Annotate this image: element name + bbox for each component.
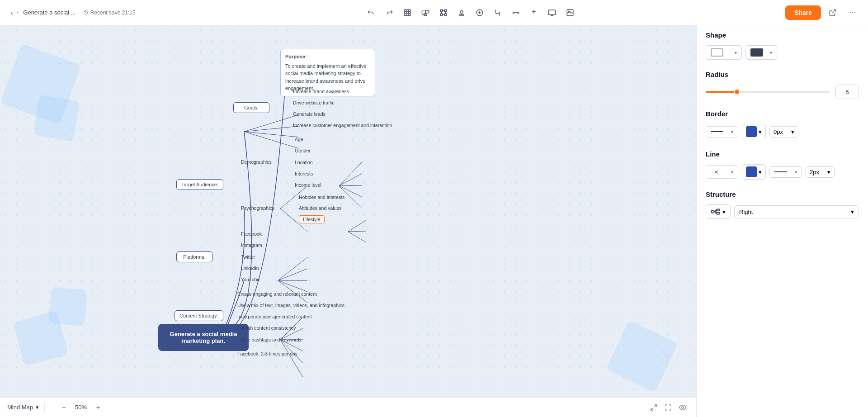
border-size-chevron: ▾	[791, 128, 794, 135]
border-controls: ▾ ▾ 0px ▾	[706, 124, 859, 139]
radius-input[interactable]: 5	[835, 85, 859, 99]
canvas[interactable]: Generate a social media marketing plan. …	[0, 25, 696, 397]
shape-type-chevron: ▾	[735, 50, 737, 55]
purpose-label: Purpose:	[285, 53, 370, 61]
cs-item-1: Create engaging and relevant content	[237, 291, 317, 297]
lifestyle-node[interactable]: Lifestyle	[299, 215, 325, 223]
line-section: Line -< ▾ ▾ ▾ 2px ▾	[706, 150, 859, 180]
border-color-button[interactable]: ▾	[742, 124, 766, 139]
image-tool-button[interactable]	[562, 5, 578, 21]
structure-direction-dropdown[interactable]: Right ▾	[734, 205, 859, 218]
structure-icon-button[interactable]: ▾	[706, 204, 731, 219]
toolbar-left: ‹ ← Generate a social ... ⏱ Recent save …	[0, 7, 163, 18]
shape-section: Shape ▾ ▾	[706, 31, 859, 60]
goal-item-2: Drive website traffic	[293, 100, 334, 105]
zoom-minus-button[interactable]: −	[57, 401, 70, 414]
goals-node[interactable]: Goals:	[233, 102, 269, 113]
radius-slider-fill	[706, 91, 737, 93]
border-color-swatch	[746, 126, 757, 137]
border-size-dropdown[interactable]: 0px ▾	[769, 126, 798, 137]
line-arrow-dropdown[interactable]: -< ▾	[706, 165, 738, 179]
share-button[interactable]: Share	[785, 5, 821, 20]
line-color-swatch	[746, 166, 757, 177]
group-tool-button[interactable]	[417, 5, 434, 21]
platform-linkedin: LinkedIn	[241, 265, 259, 271]
svg-rect-0	[404, 9, 410, 16]
undo-button[interactable]	[363, 5, 379, 21]
line-color-button[interactable]: ▾	[742, 164, 766, 180]
toolbar-right: Share	[778, 5, 868, 21]
central-node[interactable]: Generate a social media marketing plan.	[158, 324, 249, 351]
border-title: Border	[706, 110, 859, 118]
goal-item-4: Increase customer engagement and interac…	[293, 123, 392, 128]
radius-section: Radius 5	[706, 71, 859, 99]
structure-icon-chevron: ▾	[722, 208, 726, 215]
line-style-dash	[774, 171, 787, 172]
branch-tool-button[interactable]	[490, 5, 506, 21]
radius-slider-track[interactable]	[706, 91, 830, 93]
svg-rect-42	[717, 209, 720, 211]
svg-point-13	[854, 12, 855, 13]
line-size-dropdown[interactable]: 2px ▾	[806, 166, 835, 178]
structure-section: Structure ▾ Right ▾	[706, 190, 859, 219]
fullscreen-button[interactable]	[662, 401, 675, 414]
line-title: Line	[706, 150, 859, 158]
svg-rect-8	[548, 10, 555, 15]
border-color-chevron: ▾	[759, 128, 762, 135]
sparkle-tool-button[interactable]	[526, 5, 542, 21]
cs-item-2: Use a mix of text, images, videos, and i…	[237, 303, 344, 308]
save-icon: ⏱	[83, 9, 89, 16]
cs-item-5: Utilize hashtags and keywords	[237, 337, 302, 342]
demo-age: Age	[295, 137, 303, 142]
svg-rect-40	[712, 210, 714, 213]
demo-interests: Interests	[295, 171, 313, 176]
shape-color-dropdown[interactable]: ▾	[745, 45, 777, 60]
toolbar-center	[163, 5, 778, 21]
shape-color-chevron: ▾	[770, 50, 772, 55]
goal-item-3: Generate leads	[293, 111, 326, 117]
border-line-dash	[711, 131, 723, 132]
svg-point-39	[682, 407, 684, 408]
right-panel: × Style Theme Layout Icon Shape ▾ ▾ Radi…	[696, 0, 868, 417]
border-style-dropdown[interactable]: ▾	[706, 126, 738, 137]
radius-slider-row: 5	[706, 85, 859, 99]
border-section: Border ▾ ▾ 0px ▾	[706, 110, 859, 139]
demo-gender: Gender	[295, 148, 311, 153]
toolbar: ‹ ← Generate a social ... ⏱ Recent save …	[0, 0, 868, 25]
bottom-icons	[647, 401, 689, 414]
structure-controls: ▾ Right ▾	[706, 204, 859, 219]
export-button[interactable]	[825, 5, 841, 21]
line-arrow-icon: -<	[711, 168, 718, 175]
connect-tool-button[interactable]	[508, 5, 524, 21]
platform-twitter: Twitter	[241, 254, 255, 260]
panel-content: Shape ▾ ▾ Radius 5	[697, 22, 868, 417]
shape-type-dropdown[interactable]: ▾	[706, 45, 742, 60]
fit-screen-button[interactable]	[647, 401, 660, 414]
map-type-chevron: ▾	[36, 404, 39, 411]
content-strategy-node[interactable]: Content Strategy:	[175, 310, 223, 321]
svg-point-7	[517, 12, 519, 13]
back-button[interactable]: ‹ ← Generate a social ...	[7, 7, 80, 18]
line-controls: -< ▾ ▾ ▾ 2px ▾	[706, 164, 859, 180]
back-icon: ‹	[11, 9, 13, 16]
svg-rect-43	[717, 213, 720, 214]
target-audience-node[interactable]: Target Audience:	[176, 179, 223, 190]
zoom-plus-button[interactable]: +	[92, 401, 104, 414]
platform-facebook: Facebook	[241, 231, 262, 237]
add-tool-button[interactable]	[472, 5, 488, 21]
border-style-chevron: ▾	[731, 129, 733, 134]
stamp-tool-button[interactable]	[453, 5, 470, 21]
line-style-dropdown[interactable]: ▾	[769, 166, 802, 178]
eye-button[interactable]	[676, 401, 689, 414]
platform-instagram: Instagram	[241, 242, 262, 248]
redo-button[interactable]	[381, 5, 397, 21]
present-tool-button[interactable]	[544, 5, 560, 21]
map-type-select[interactable]: Mind Map ▾	[7, 404, 39, 411]
magic-tool-button[interactable]	[435, 5, 452, 21]
more-button[interactable]	[844, 5, 861, 21]
platforms-node[interactable]: Platforms:	[176, 251, 212, 262]
radius-slider-thumb[interactable]	[734, 89, 740, 95]
frame-tool-button[interactable]	[399, 5, 415, 21]
psycho-attitudes: Attitudes and values	[299, 205, 342, 211]
svg-point-6	[513, 12, 514, 13]
